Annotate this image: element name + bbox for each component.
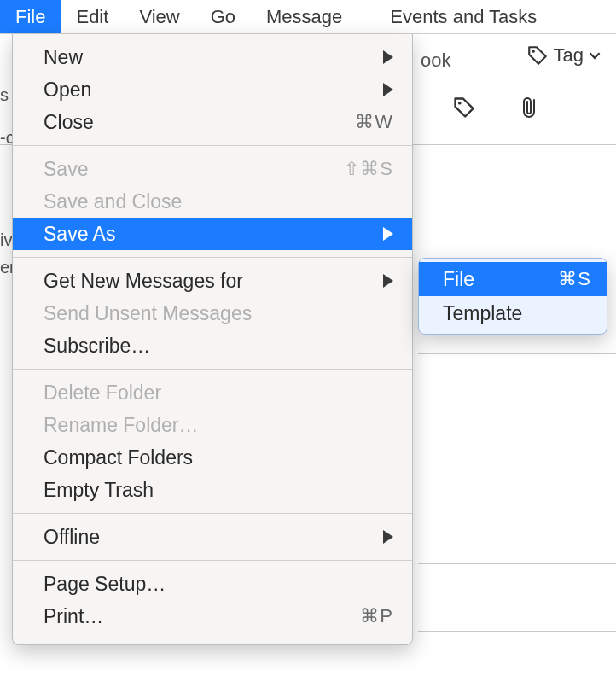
save-as-submenu: File ⌘S Template xyxy=(418,258,607,335)
menu-item-delete-folder: Delete Folder xyxy=(13,376,412,409)
menu-item-label: Print… xyxy=(44,605,360,628)
menubar-item-file[interactable]: File xyxy=(0,0,61,33)
tag-button[interactable]: Tag xyxy=(526,44,601,67)
menubar-item-message[interactable]: Message xyxy=(251,0,357,33)
menu-item-label: File xyxy=(443,268,558,291)
menubar-item-edit[interactable]: Edit xyxy=(61,0,124,33)
menu-group: Offline xyxy=(13,514,412,560)
submenu-arrow-icon xyxy=(383,530,393,544)
menu-item-label: Rename Folder… xyxy=(44,414,393,437)
menu-group: Page Setup… Print… ⌘P xyxy=(13,561,412,639)
submenu-arrow-icon xyxy=(383,274,393,288)
svg-point-0 xyxy=(532,50,534,52)
menu-item-label: Empty Trash xyxy=(44,479,393,502)
menu-item-compact-folders[interactable]: Compact Folders xyxy=(13,441,412,474)
toolbar-text-fragment: ook xyxy=(421,50,450,72)
submenu-arrow-icon xyxy=(383,227,393,241)
tag-icon xyxy=(526,44,549,67)
submenu-arrow-icon xyxy=(383,83,393,96)
menubar-label: Events and Tasks xyxy=(390,6,537,28)
menu-item-label: Get New Messages for xyxy=(44,270,375,293)
menu-group: Save ⇧⌘S Save and Close Save As xyxy=(13,146,412,257)
menu-item-label: Save As xyxy=(44,223,375,246)
menubar-label: Go xyxy=(211,6,235,28)
menu-item-offline[interactable]: Offline xyxy=(13,521,412,553)
menu-item-page-setup[interactable]: Page Setup… xyxy=(13,568,412,600)
tag-label: Tag xyxy=(554,44,584,67)
menu-item-label: Delete Folder xyxy=(44,382,393,405)
left-fragment: s xyxy=(0,85,9,105)
menu-item-label: Subscribe… xyxy=(44,335,393,358)
menu-group: New Open Close ⌘W xyxy=(13,34,412,145)
submenu-arrow-icon xyxy=(383,50,393,64)
menu-item-shortcut: ⌘P xyxy=(360,605,393,627)
menubar-label: View xyxy=(139,6,179,28)
menu-item-save-as[interactable]: Save As xyxy=(13,218,412,250)
menubar-label: Edit xyxy=(76,6,108,28)
menu-item-subscribe[interactable]: Subscribe… xyxy=(13,329,412,362)
menu-item-empty-trash[interactable]: Empty Trash xyxy=(13,474,412,506)
menubar-item-view[interactable]: View xyxy=(124,0,195,33)
left-fragment: iv xyxy=(0,230,12,250)
menu-group: Get New Messages for Send Unsent Message… xyxy=(13,258,412,369)
menubar-item-go[interactable]: Go xyxy=(195,0,251,33)
panel-separator xyxy=(418,353,616,354)
menu-item-open[interactable]: Open xyxy=(13,73,412,106)
menu-item-shortcut: ⌘S xyxy=(558,268,591,290)
menu-item-label: Send Unsent Messages xyxy=(44,302,393,325)
menubar-item-events-and-tasks[interactable]: Events and Tasks xyxy=(375,0,552,33)
menu-item-print[interactable]: Print… ⌘P xyxy=(13,600,412,632)
menu-item-rename-folder: Rename Folder… xyxy=(13,409,412,441)
menu-item-close[interactable]: Close ⌘W xyxy=(13,106,412,138)
menubar: File Edit View Go Message Events and Tas… xyxy=(0,0,616,34)
menu-item-label: Template xyxy=(443,302,591,325)
menubar-spacer xyxy=(357,0,375,33)
panel-box xyxy=(418,563,616,632)
menu-item-save-and-close: Save and Close xyxy=(13,185,412,218)
menu-item-label: Open xyxy=(44,79,375,102)
tag-outline-icon[interactable] xyxy=(452,96,476,119)
submenu-item-template[interactable]: Template xyxy=(419,296,607,330)
menu-item-new[interactable]: New xyxy=(13,41,412,73)
menu-group: Delete Folder Rename Folder… Compact Fol… xyxy=(13,370,412,513)
menubar-label: File xyxy=(15,6,45,28)
submenu-item-file[interactable]: File ⌘S xyxy=(419,262,607,296)
menu-item-shortcut: ⌘W xyxy=(355,111,393,133)
menu-item-label: Compact Folders xyxy=(44,446,393,469)
menubar-label: Message xyxy=(266,6,342,28)
menu-item-label: New xyxy=(44,46,375,69)
menu-item-label: Page Setup… xyxy=(44,573,393,596)
menu-item-label: Close xyxy=(44,111,355,134)
menu-item-get-new-messages[interactable]: Get New Messages for xyxy=(13,265,412,297)
menu-item-label: Save and Close xyxy=(44,190,393,213)
menu-item-label: Offline xyxy=(44,526,375,549)
svg-point-1 xyxy=(458,102,462,105)
menu-item-label: Save xyxy=(44,158,344,181)
paperclip-icon[interactable] xyxy=(519,96,539,119)
file-menu: New Open Close ⌘W Save ⇧⌘S Save and Clos… xyxy=(12,34,413,645)
menu-item-shortcut: ⇧⌘S xyxy=(344,158,393,180)
menu-item-save: Save ⇧⌘S xyxy=(13,153,412,185)
chevron-down-icon xyxy=(589,50,601,61)
menu-item-send-unsent: Send Unsent Messages xyxy=(13,297,412,329)
